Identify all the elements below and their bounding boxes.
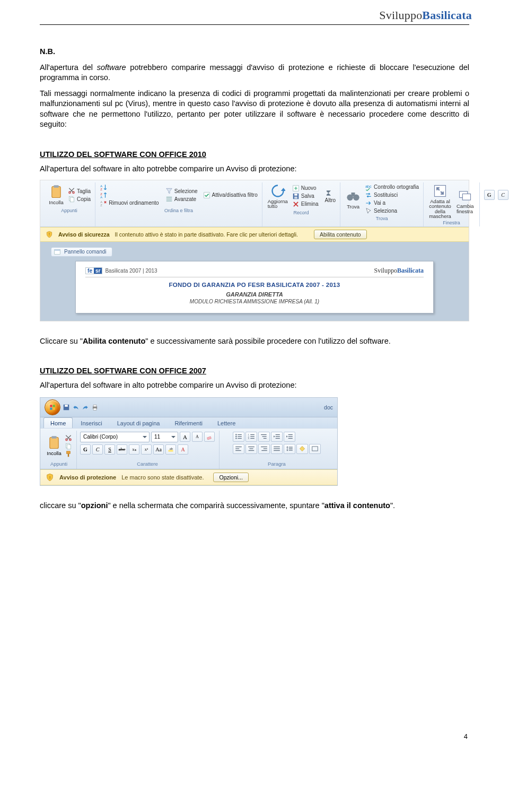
replace-button[interactable]: Sostituisci <box>365 191 419 199</box>
svg-rect-63 <box>262 436 267 437</box>
font-family-combo[interactable]: Calibri (Corpo) <box>80 432 150 442</box>
fit-form-button[interactable]: Adatta al contenuto della maschera <box>428 184 452 219</box>
remove-sort-button[interactable]: AZ Rimuovi ordinamento <box>100 199 159 207</box>
clipboard-icon <box>47 435 62 450</box>
ribbon-2007: Incolla Appunti Calibri (Corpo) 11 <box>40 428 337 469</box>
borders-button[interactable] <box>309 444 321 454</box>
svg-rect-72 <box>235 449 239 449</box>
svg-rect-51 <box>238 434 242 435</box>
group-caption-trova: Trova <box>376 216 388 221</box>
svg-rect-62 <box>261 434 267 435</box>
save-icon[interactable] <box>63 404 70 411</box>
more-record-button[interactable] <box>325 189 336 197</box>
checkbox-icon <box>203 191 210 199</box>
highlight-button[interactable]: ab <box>165 444 176 455</box>
strike-button-07[interactable]: abc <box>117 444 127 455</box>
selection-filter-button[interactable]: Selezione <box>165 187 198 195</box>
switch-window-button[interactable]: Cambia finestra <box>455 188 475 214</box>
increase-indent-button[interactable] <box>284 432 295 442</box>
paste-button-07[interactable]: Incolla <box>46 435 63 456</box>
shading-button[interactable] <box>296 444 308 454</box>
group-caption-record: Record <box>293 210 309 215</box>
decrease-indent-button[interactable] <box>271 432 283 442</box>
group-caption-appunti: Appunti <box>61 208 77 213</box>
enable-content-button[interactable]: Abilita contenuto <box>314 230 367 239</box>
bullets-button[interactable] <box>233 432 244 442</box>
bold-button-07[interactable]: G <box>80 444 91 455</box>
italic-button-07[interactable]: C <box>92 444 103 455</box>
line-spacing-button[interactable] <box>284 444 295 454</box>
format-painter-icon[interactable] <box>65 450 72 458</box>
group-caption-ordina: Ordina e filtra <box>164 208 193 213</box>
tab-riferimenti[interactable]: Riferimenti <box>168 417 209 428</box>
subscript-button-07[interactable]: x₂ <box>129 444 139 455</box>
align-left-button[interactable] <box>233 444 244 454</box>
new-record-button[interactable]: Nuovo <box>292 185 319 192</box>
ribbon-group-finestra: Adatta al contenuto della maschera Cambi… <box>424 182 479 226</box>
svg-rect-38 <box>93 408 96 410</box>
intro-para-2: Tali messaggi normalmente indicano la pr… <box>40 89 469 130</box>
scissors-icon <box>68 187 75 195</box>
copy-icon[interactable] <box>65 442 72 450</box>
underline-button-07[interactable]: S <box>104 444 115 455</box>
multilevel-button[interactable] <box>258 432 270 442</box>
sort-desc-button[interactable]: ZA <box>100 191 159 199</box>
font-size-combo[interactable]: 11 <box>151 432 178 442</box>
quick-access-toolbar: doc <box>40 398 337 417</box>
command-panel-tab[interactable]: Pannello comandi <box>51 247 112 257</box>
print-icon[interactable] <box>91 404 99 411</box>
bullets-icon <box>235 433 242 440</box>
svg-rect-40 <box>51 436 56 439</box>
tab-layout[interactable]: Layout di pagina <box>110 417 167 428</box>
italic-button[interactable]: C <box>498 190 508 200</box>
sigma-icon <box>325 189 332 197</box>
spellcheck-button[interactable]: abc Controllo ortografia <box>365 184 419 191</box>
ribbon-group-trova: Trova abc Controllo ortografia Sostituis… <box>340 182 424 226</box>
paste-button[interactable]: Incolla <box>48 185 65 205</box>
copy-button[interactable]: Copia <box>68 195 91 203</box>
warning-title: Avviso di sicurezza <box>58 231 109 238</box>
svg-rect-85 <box>289 450 293 450</box>
page-number: 4 <box>464 732 468 740</box>
redo-icon[interactable] <box>82 404 89 411</box>
align-center-button[interactable] <box>245 444 257 454</box>
select-button[interactable]: Seleziona <box>365 207 419 215</box>
delete-record-button[interactable]: Elimina <box>292 200 319 208</box>
font-color-button-07[interactable]: A <box>178 444 188 455</box>
spellcheck-icon: abc <box>365 184 372 191</box>
goto-button[interactable]: Vai a <box>365 199 419 207</box>
para-office-2010: All'apertura del software in alto potreb… <box>40 164 469 174</box>
office-button[interactable] <box>45 399 60 415</box>
numbering-button[interactable]: 123 <box>245 432 257 442</box>
brand-logo: SviluppoBasilicata <box>379 8 472 22</box>
tab-home[interactable]: Home <box>43 417 73 428</box>
scissors-icon[interactable] <box>65 434 72 442</box>
toggle-filter-checkbox[interactable]: Attiva/disattiva filtro <box>203 191 258 199</box>
doc-subtitle: GARANZIA DIRETTA <box>85 291 424 298</box>
svg-point-54 <box>235 438 236 439</box>
svg-rect-84 <box>289 449 293 449</box>
tab-inserisci[interactable]: Inserisci <box>74 417 109 428</box>
find-button[interactable]: Trova <box>345 189 362 209</box>
refresh-all-button[interactable]: Aggiorna tutto <box>267 184 289 209</box>
shrink-font-button[interactable]: A <box>192 432 203 442</box>
svg-rect-31 <box>53 405 55 407</box>
sort-asc-button[interactable]: AZ <box>100 184 159 191</box>
svg-rect-59 <box>250 436 254 437</box>
advanced-filter-button[interactable]: Avanzate <box>165 195 198 203</box>
tab-lettere[interactable]: Lettere <box>210 417 242 428</box>
svg-rect-35 <box>65 405 68 407</box>
options-button[interactable]: Opzioni... <box>213 473 248 482</box>
save-record-button[interactable]: Salva <box>292 193 319 200</box>
align-right-button[interactable] <box>258 444 270 454</box>
ribbon-group-ordina: AZ ZA AZ Rimuovi ordinamento <box>95 182 262 226</box>
undo-icon[interactable] <box>72 404 80 411</box>
justify-button[interactable] <box>271 444 283 454</box>
svg-text:Z: Z <box>100 187 102 190</box>
bold-button[interactable]: G <box>484 190 495 200</box>
superscript-button-07[interactable]: x² <box>141 444 152 455</box>
clear-format-button[interactable] <box>204 432 215 442</box>
cut-button[interactable]: Taglia <box>68 187 91 195</box>
text-effects-button[interactable]: Aa <box>153 444 164 455</box>
grow-font-button[interactable]: A <box>180 432 190 442</box>
